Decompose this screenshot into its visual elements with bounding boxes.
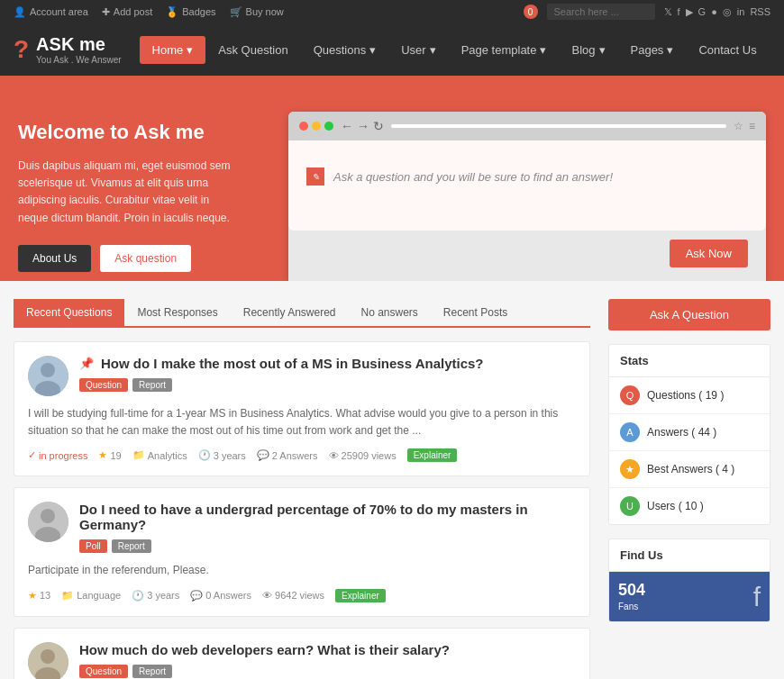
avatar [28, 642, 68, 679]
comment-icon: 💬 [257, 449, 269, 461]
star-icon: ★ [98, 449, 107, 461]
svg-point-7 [41, 649, 55, 664]
social-icons-topbar: 𝕏 f ▶ G ● ◎ in RSS [664, 6, 770, 18]
nav-ask-question[interactable]: Ask Question [205, 27, 300, 73]
best-answers-icon: ★ [620, 459, 640, 479]
nav-questions[interactable]: Questions ▾ [301, 27, 389, 73]
back-icon[interactable]: ← [341, 119, 353, 133]
report-badge[interactable]: Report [132, 378, 172, 392]
stats-best-answers: ★ Best Answers ( 4 ) [609, 451, 770, 488]
report-badge[interactable]: Report [132, 665, 172, 678]
tab-recent-posts[interactable]: Recent Posts [431, 299, 520, 326]
answers-meta: 💬 2 Answers [257, 449, 318, 461]
tag-badge: Explainer [335, 589, 386, 602]
browser-bar: ← → ↻ ☆ ≡ [288, 112, 766, 140]
question-meta: ★ 13 📁 Language 🕐 3 years 💬 0 Answers 👁 [28, 589, 576, 602]
ask-now-button[interactable]: Ask Now [670, 240, 748, 267]
views-meta: 👁 9642 views [262, 590, 324, 601]
cart-count-badge: 0 [524, 5, 538, 19]
pin-icon: 📌 [79, 357, 94, 370]
nav-user[interactable]: User ▾ [388, 27, 448, 73]
question-header: How much do web developers earn? What is… [28, 642, 576, 679]
question-title-text[interactable]: Do I need to have a undergrad percentage… [79, 502, 576, 532]
users-icon: U [620, 496, 640, 516]
tab-recent-questions[interactable]: Recent Questions [14, 299, 124, 326]
linkedin-icon[interactable]: in [737, 6, 745, 18]
logo-icon: ? [14, 35, 29, 64]
question-card: Do I need to have a undergrad percentage… [14, 487, 590, 616]
stats-answers: A Answers ( 44 ) [609, 414, 770, 451]
question-badges: Question Report [79, 665, 576, 678]
youtube-icon[interactable]: ▶ [686, 6, 693, 18]
question-type-badge: Question [79, 665, 128, 678]
chevron-down-icon: ▾ [369, 43, 376, 57]
instagram-icon[interactable]: ◎ [723, 6, 732, 18]
browser-mockup: ← → ↻ ☆ ≡ ✎ Ask a question and you will … [288, 112, 766, 281]
tab-most-responses[interactable]: Most Responses [124, 299, 230, 326]
tab-no-answers[interactable]: No answers [349, 299, 431, 326]
about-us-button[interactable]: About Us [18, 245, 91, 272]
cart-icon: 🛒 [230, 6, 242, 18]
category-meta: 📁 Language [61, 590, 121, 602]
question-title-text[interactable]: How much do web developers earn? What is… [79, 642, 450, 657]
rss-icon[interactable]: RSS [750, 6, 770, 18]
logo-tagline: You Ask . We Answer [36, 55, 122, 65]
refresh-icon[interactable]: ↻ [373, 119, 384, 133]
badges-link[interactable]: 🏅 Badges [166, 6, 215, 18]
report-badge[interactable]: Report [112, 539, 151, 553]
twitter-icon[interactable]: 𝕏 [664, 6, 672, 18]
main-wrapper: Recent Questions Most Responses Recently… [0, 281, 784, 679]
questions-icon: Q [620, 385, 640, 405]
question-title: 📌 How do I make the most out of a MS in … [79, 356, 576, 371]
facebook-box[interactable]: 504 Fans f [609, 572, 770, 621]
nav-pages[interactable]: Pages ▾ [618, 27, 687, 73]
browser-dot-maximize [324, 122, 333, 131]
eye-icon: 👁 [329, 450, 339, 461]
browser-dot-minimize [312, 122, 321, 131]
bookmark-icon: ☆ [734, 120, 743, 132]
add-post-link[interactable]: ✚ Add post [102, 6, 152, 18]
tag-badge: Explainer [407, 448, 458, 462]
facebook-icon[interactable]: f [678, 6, 680, 18]
sidebar: Ask A Question Stats Q Questions ( 19 ) … [608, 299, 770, 679]
question-title: How much do web developers earn? What is… [79, 642, 576, 657]
question-type-badge: Poll [79, 539, 107, 553]
facebook-icon: f [753, 582, 761, 612]
ask-question-button[interactable]: Ask question [100, 245, 191, 272]
stats-users: U Users ( 10 ) [609, 488, 770, 524]
question-title-text[interactable]: How do I make the most out of a MS in Bu… [101, 356, 484, 371]
browser-url-bar[interactable] [391, 124, 726, 128]
folder-icon: 📁 [132, 449, 145, 461]
nav-page-template[interactable]: Page template ▾ [449, 27, 560, 73]
nav-blog[interactable]: Blog ▾ [559, 27, 617, 73]
google-icon[interactable]: G [698, 6, 707, 18]
tab-recently-answered[interactable]: Recently Answered [231, 299, 349, 326]
flickr-icon[interactable]: ● [711, 6, 717, 18]
answers-icon: A [620, 422, 640, 442]
star-icon: ★ [28, 590, 37, 602]
browser-actions: ☆ ≡ [734, 120, 755, 132]
nav-home[interactable]: Home ▾ [140, 36, 206, 64]
buy-now-link[interactable]: 🛒 Buy now [230, 6, 284, 18]
browser-nav-buttons: ← → ↻ [341, 119, 384, 133]
forward-icon[interactable]: → [357, 119, 369, 133]
hero-buttons: About Us Ask question [18, 245, 234, 272]
browser-content: ✎ Ask a question and you will be sure to… [288, 140, 766, 231]
users-count: Users ( 10 ) [647, 500, 704, 512]
main-content: Recent Questions Most Responses Recently… [14, 299, 590, 679]
search-input[interactable] [547, 4, 655, 20]
question-badges: Poll Report [79, 539, 576, 553]
question-card: How much do web developers earn? What is… [14, 628, 590, 679]
browser-dots [299, 122, 333, 131]
nav-contact-us[interactable]: Contact Us [686, 27, 769, 73]
hero-text: Welcome to Ask me Duis dapibus aliquam m… [18, 112, 234, 272]
best-answers-count: Best Answers ( 4 ) [647, 463, 734, 475]
stats-title: Stats [609, 345, 770, 377]
sidebar-ask-button[interactable]: Ask A Question [608, 299, 770, 330]
questions-count: Questions ( 19 ) [647, 389, 724, 402]
chevron-down-icon: ▾ [667, 43, 673, 57]
find-us-section: Find Us 504 Fans f [608, 539, 770, 622]
account-area-link[interactable]: 👤 Account area [14, 6, 88, 18]
chevron-down-icon: ▾ [187, 43, 193, 57]
question-tabs: Recent Questions Most Responses Recently… [14, 299, 590, 328]
